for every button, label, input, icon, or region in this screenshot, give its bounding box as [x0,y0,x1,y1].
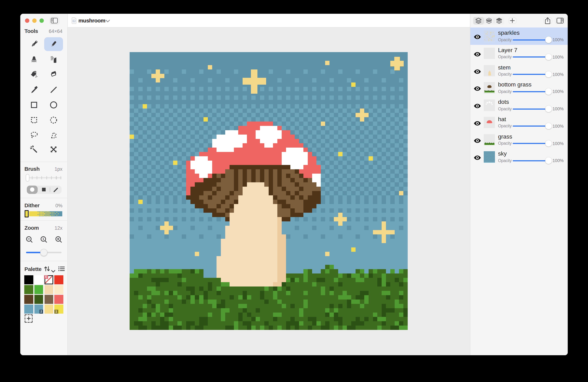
svg-text:1: 1 [42,237,44,241]
